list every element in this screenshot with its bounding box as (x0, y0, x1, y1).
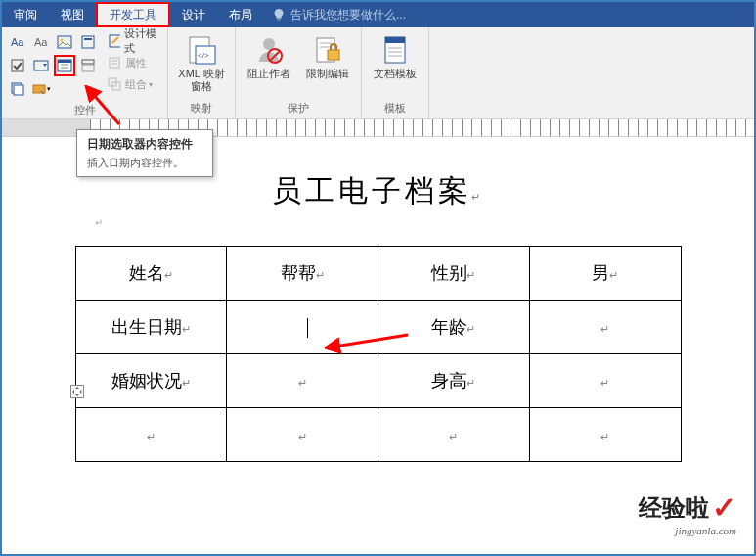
tab-layout[interactable]: 布局 (217, 2, 264, 27)
rich-text-control-button[interactable]: Aa (7, 31, 28, 53)
paragraph-mark: ↵ (95, 217, 103, 228)
table-cell[interactable]: ↵ (529, 408, 681, 462)
ribbon: Aa Aa ▾ 设计模式 (2, 27, 754, 119)
table-row[interactable]: 姓名↵ 帮帮↵ 性别↵ 男↵ (75, 247, 681, 301)
date-picker-tooltip: 日期选取器内容控件 插入日期内容控件。 (76, 129, 213, 177)
document-template-icon (379, 34, 411, 66)
table-row[interactable]: ↵ ↵ ↵ ↵ (75, 408, 681, 462)
table-cell[interactable]: 帮帮↵ (227, 247, 378, 301)
dropdown-control-button[interactable] (77, 55, 99, 76)
watermark: 经验啦✓ jingyanla.com (639, 490, 736, 536)
checkbox-control-button[interactable] (7, 55, 28, 76)
table-row[interactable]: 婚姻状况↵ ↵ 身高↵ ↵ (75, 354, 681, 408)
employee-table[interactable]: 姓名↵ 帮帮↵ 性别↵ 男↵ 出生日期↵ 年龄↵ ↵ 婚姻状况↵ ↵ 身高↵ ↵… (75, 246, 682, 462)
svg-rect-13 (82, 65, 94, 71)
block-authors-icon (253, 34, 285, 66)
checkmark-icon: ✓ (712, 490, 736, 525)
protect-group-label: 保护 (240, 99, 357, 118)
controls-group-label: 控件 (6, 101, 163, 120)
table-cell[interactable]: 婚姻状况↵ (75, 354, 227, 408)
table-cell[interactable]: 身高↵ (378, 354, 530, 408)
svg-text:Aa: Aa (11, 36, 24, 48)
svg-text:</>: </> (198, 51, 209, 60)
ribbon-group-controls: Aa Aa ▾ 设计模式 (2, 27, 168, 118)
svg-rect-2 (58, 36, 71, 48)
svg-point-3 (61, 39, 64, 42)
group-button[interactable]: 组合▾ (104, 73, 163, 95)
tab-review[interactable]: 审阅 (2, 2, 49, 27)
lightbulb-icon (272, 8, 286, 22)
properties-icon (108, 56, 121, 70)
svg-rect-15 (14, 85, 23, 95)
svg-rect-5 (84, 38, 92, 40)
table-cell[interactable]: 男↵ (529, 247, 681, 301)
table-cell[interactable]: ↵ (378, 408, 530, 462)
date-picker-control-button[interactable] (54, 55, 75, 76)
svg-point-26 (263, 38, 275, 50)
combobox-control-button[interactable] (30, 55, 52, 76)
restrict-edit-icon (312, 34, 343, 66)
ribbon-group-template: 文档模板 模板 (362, 27, 429, 118)
ribbon-group-mapping: </> XML 映射窗格 映射 (168, 27, 236, 118)
block-authors-button[interactable]: 阻止作者 (240, 30, 298, 99)
table-cell[interactable]: ↵ (529, 301, 681, 354)
properties-button[interactable]: 属性 (104, 52, 163, 73)
table-cell[interactable]: 性别↵ (378, 247, 530, 301)
table-row[interactable]: 出生日期↵ 年龄↵ ↵ (75, 301, 681, 354)
svg-rect-6 (12, 60, 23, 71)
tooltip-description: 插入日期内容控件。 (87, 156, 202, 170)
svg-rect-9 (58, 60, 71, 63)
table-cell[interactable]: ↵ (227, 408, 378, 462)
svg-text:Aa: Aa (34, 36, 48, 48)
repeating-control-button[interactable] (7, 78, 28, 100)
svg-rect-34 (385, 37, 405, 43)
mapping-group-label: 映射 (172, 99, 231, 118)
xml-mapping-pane-button[interactable]: </> XML 映射窗格 (172, 30, 231, 99)
tab-developer[interactable]: 开发工具 (96, 2, 170, 27)
tooltip-title: 日期选取器内容控件 (87, 136, 202, 153)
tell-me-search[interactable]: 告诉我您想要做什么... (264, 2, 414, 27)
svg-rect-4 (82, 36, 94, 48)
svg-rect-7 (34, 61, 48, 70)
document-area[interactable]: 员工电子档案↵ ↵ 姓名↵ 帮帮↵ 性别↵ 男↵ 出生日期↵ 年龄↵ ↵ 婚姻状… (2, 137, 754, 462)
table-cell[interactable]: ↵ (75, 408, 227, 462)
document-title[interactable]: 员工电子档案↵ (2, 171, 754, 211)
svg-rect-32 (328, 50, 339, 60)
building-block-control-button[interactable] (77, 31, 99, 53)
table-cell[interactable]: 姓名↵ (75, 247, 227, 301)
legacy-tools-button[interactable]: ▾ (30, 78, 52, 100)
ribbon-group-protect: 阻止作者 限制编辑 保护 (236, 27, 362, 118)
svg-rect-16 (33, 85, 45, 93)
svg-rect-18 (110, 58, 119, 68)
picture-control-button[interactable] (54, 31, 75, 53)
restrict-editing-button[interactable]: 限制编辑 (298, 30, 357, 99)
plain-text-control-button[interactable]: Aa (30, 31, 52, 53)
group-icon (108, 77, 121, 91)
design-mode-button[interactable]: 设计模式 (104, 30, 163, 52)
design-mode-icon (108, 33, 120, 49)
table-cell[interactable]: ↵ (227, 354, 378, 408)
tab-view[interactable]: 视图 (49, 2, 96, 27)
table-cell[interactable]: ↵ (529, 354, 681, 408)
ribbon-tabs: 审阅 视图 开发工具 设计 布局 告诉我您想要做什么... (2, 2, 754, 27)
document-template-button[interactable]: 文档模板 (366, 30, 424, 99)
table-cell[interactable]: 出生日期↵ (75, 301, 227, 354)
svg-rect-12 (82, 60, 94, 64)
xml-mapping-icon: </> (186, 34, 217, 66)
table-cell[interactable]: 年龄↵ (378, 301, 530, 354)
template-group-label: 模板 (366, 99, 424, 118)
table-cell-dob-value[interactable] (227, 301, 378, 354)
tab-design[interactable]: 设计 (170, 2, 217, 27)
